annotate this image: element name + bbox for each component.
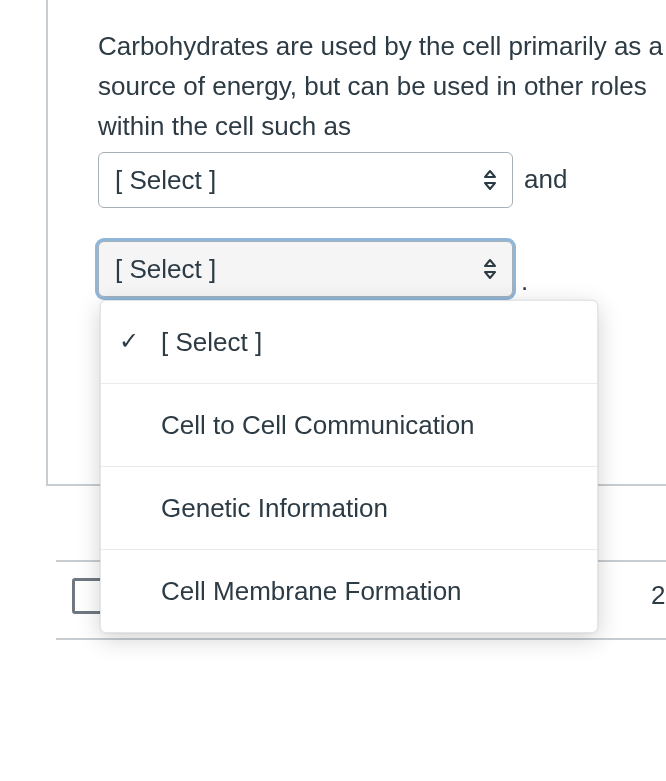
answer-select-2[interactable]: [ Select ] — [98, 241, 513, 297]
check-icon: ✓ — [119, 329, 139, 353]
connector-text: and — [524, 164, 567, 195]
chevron-updown-icon — [482, 168, 498, 192]
next-question-bottom-border — [56, 638, 666, 640]
points-possible: 2 — [651, 580, 665, 611]
terminator-text: . — [521, 266, 528, 297]
question-text: Carbohydrates are used by the cell prima… — [98, 26, 666, 146]
answer-select-2-listbox[interactable]: ✓ [ Select ] Cell to Cell Communication … — [100, 300, 598, 633]
answer-select-1-placeholder: [ Select ] — [115, 165, 216, 196]
select-option-genetic-information[interactable]: Genetic Information — [101, 467, 597, 550]
chevron-updown-icon — [482, 257, 498, 281]
answer-select-2-placeholder: [ Select ] — [115, 254, 216, 285]
option-label: [ Select ] — [161, 327, 262, 357]
select-option-cell-communication[interactable]: Cell to Cell Communication — [101, 384, 597, 467]
select-option-placeholder[interactable]: ✓ [ Select ] — [101, 301, 597, 384]
select-option-cell-membrane-formation[interactable]: Cell Membrane Formation — [101, 550, 597, 632]
option-label: Cell to Cell Communication — [161, 410, 475, 440]
answer-select-1[interactable]: [ Select ] — [98, 152, 513, 208]
question-left-border — [46, 0, 48, 484]
option-label: Genetic Information — [161, 493, 388, 523]
option-label: Cell Membrane Formation — [161, 576, 462, 606]
